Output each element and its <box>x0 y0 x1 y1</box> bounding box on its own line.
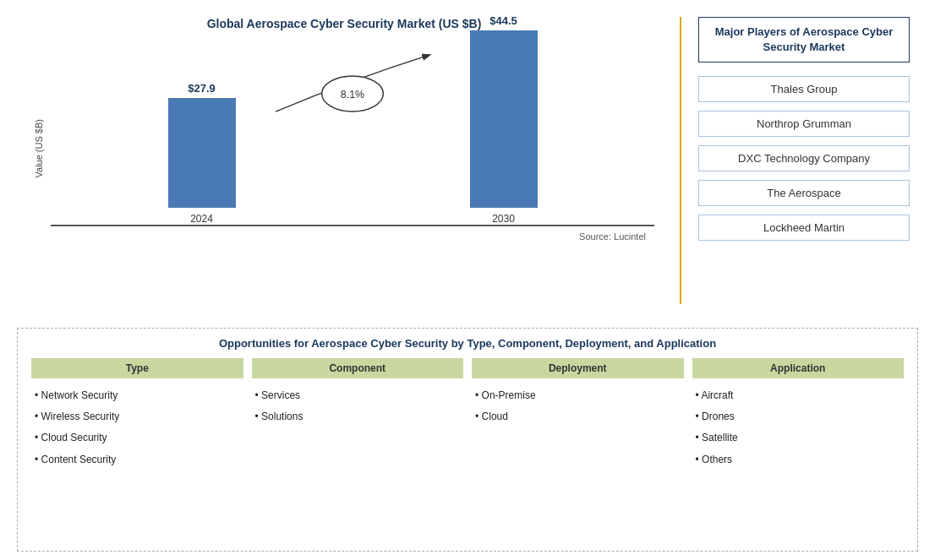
deployment-item-0: On-Premise <box>472 385 684 406</box>
category-header-component: Component <box>252 358 464 378</box>
bar-group-2024: $27.9 2024 <box>168 82 236 225</box>
player-aerospace: The Aerospace <box>698 180 910 206</box>
svg-text:8.1%: 8.1% <box>341 89 364 101</box>
player-thales: Thales Group <box>698 76 910 102</box>
bar-value-2030: $44.5 <box>489 14 517 27</box>
application-item-2: Satellite <box>692 427 905 449</box>
y-axis-label: Value (US $B) <box>34 119 44 178</box>
player-lockheed: Lockheed Martin <box>698 215 910 241</box>
right-panel-title: Major Players of Aerospace Cyber Securit… <box>698 17 910 63</box>
category-col-component: Component Services Solutions <box>252 358 464 470</box>
vertical-divider <box>680 17 681 304</box>
application-item-3: Others <box>692 449 905 470</box>
chart-title: Global Aerospace Cyber Security Market (… <box>207 17 482 30</box>
arrow-svg: 8.1% <box>51 39 654 225</box>
baseline <box>51 225 654 226</box>
component-item-1: Solutions <box>252 406 464 427</box>
categories-row: Type Network Security Wireless Security … <box>31 358 904 470</box>
bottom-section: Opportunities for Aerospace Cyber Securi… <box>17 328 918 552</box>
type-item-2: Cloud Security <box>31 427 243 449</box>
component-item-0: Services <box>252 385 464 406</box>
category-header-application: Application <box>692 358 905 378</box>
bottom-title: Opportunities for Aerospace Cyber Securi… <box>31 337 904 350</box>
category-col-deployment: Deployment On-Premise Cloud <box>472 358 684 470</box>
bars-container: 8.1% $27.9 2024 $44.5 2030 <box>51 39 654 225</box>
category-col-application: Application Aircraft Drones Satellite Ot… <box>692 358 905 470</box>
application-item-0: Aircraft <box>692 385 905 406</box>
bar-label-2024: 2024 <box>190 213 213 225</box>
type-item-1: Wireless Security <box>31 406 243 427</box>
chart-area: Global Aerospace Cyber Security Market (… <box>17 8 671 321</box>
top-section: Global Aerospace Cyber Security Market (… <box>17 8 918 321</box>
bar-2030 <box>470 30 538 208</box>
right-panel: Major Players of Aerospace Cyber Securit… <box>690 8 918 321</box>
main-container: Global Aerospace Cyber Security Market (… <box>0 0 935 560</box>
application-item-1: Drones <box>692 406 905 427</box>
bar-group-2030: $44.5 2030 <box>470 14 538 225</box>
player-northrop: Northrop Grumman <box>698 111 910 137</box>
category-header-deployment: Deployment <box>472 358 684 378</box>
type-item-0: Network Security <box>31 385 243 406</box>
player-dxc: DXC Technology Company <box>698 145 910 171</box>
chart-wrapper: Value (US $B) <box>34 39 654 258</box>
bar-label-2030: 2030 <box>492 213 515 225</box>
type-item-3: Content Security <box>31 449 243 470</box>
chart-inner: 8.1% $27.9 2024 $44.5 2030 <box>51 39 654 258</box>
bar-value-2024: $27.9 <box>188 82 216 95</box>
source-text: Source: Lucintel <box>51 231 654 242</box>
category-col-type: Type Network Security Wireless Security … <box>31 358 243 470</box>
deployment-item-1: Cloud <box>472 406 684 427</box>
category-header-type: Type <box>31 358 243 378</box>
svg-point-0 <box>322 76 384 111</box>
bar-2024 <box>168 98 236 208</box>
